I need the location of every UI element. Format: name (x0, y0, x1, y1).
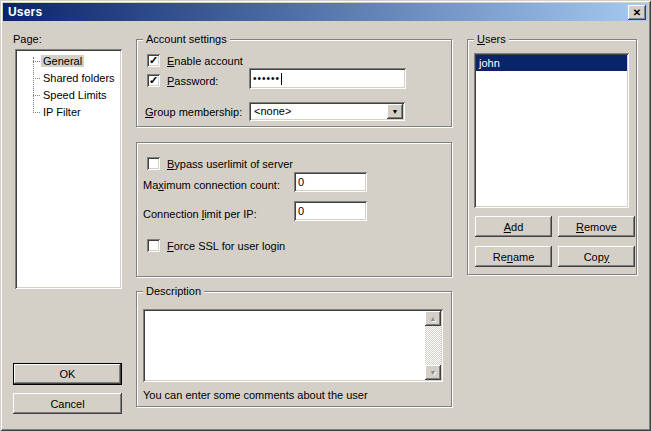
remove-button-label: Remove (576, 221, 617, 233)
force-ssl-checkbox[interactable] (147, 239, 160, 252)
chevron-down-icon: ▼ (392, 108, 399, 115)
connection-limits-group: Bypass userlimit of server Maximum conne… (136, 142, 452, 277)
connection-per-ip-value: 0 (298, 205, 304, 217)
remove-button[interactable]: Remove (558, 216, 635, 237)
ok-button[interactable]: OK (13, 363, 122, 385)
add-button-label: Add (504, 221, 524, 233)
add-button[interactable]: Add (475, 216, 552, 237)
group-membership-select[interactable]: <none> ▼ (249, 102, 405, 121)
user-name: john (479, 57, 500, 69)
users-group-title: Users (474, 33, 509, 46)
close-icon: ✕ (633, 8, 641, 18)
dropdown-button[interactable]: ▼ (387, 104, 403, 119)
password-value: •••••• (253, 74, 280, 84)
text-caret (281, 73, 282, 85)
checkmark-icon: ✓ (149, 55, 158, 66)
bypass-userlimit-label[interactable]: Bypass userlimit of server (167, 158, 293, 170)
password-label[interactable]: Password: (167, 75, 218, 87)
description-hint: You can enter some comments about the us… (143, 389, 368, 401)
users-group: Users john Add Remove Rename Copy (467, 39, 637, 275)
users-dialog: Users ✕ Page: General Shared folders Spe… (0, 0, 651, 431)
account-settings-group: Account settings ✓ Enable account ✓ Pass… (136, 39, 452, 127)
password-input[interactable]: •••••• (249, 68, 406, 89)
enable-account-checkbox[interactable]: ✓ (147, 54, 160, 67)
tree-item-label: Speed Limits (41, 89, 109, 101)
page-label: Page: (13, 33, 42, 45)
ok-button-label: OK (60, 368, 76, 380)
max-connection-input[interactable]: 0 (294, 172, 367, 192)
description-group: Description ▲ ▼ You can enter some comme… (136, 291, 452, 407)
max-connection-value: 0 (298, 176, 304, 188)
force-ssl-label[interactable]: Force SSL for user login (167, 240, 285, 252)
cancel-button-label: Cancel (50, 398, 84, 410)
tree-item-label: IP Filter (41, 106, 83, 118)
group-membership-value: <none> (254, 105, 291, 117)
users-listbox[interactable]: john (474, 53, 629, 208)
checkmark-icon: ✓ (149, 75, 158, 86)
group-membership-label: Group membership: (145, 106, 242, 118)
tree-item-shared-folders[interactable]: Shared folders (17, 70, 120, 87)
close-button[interactable]: ✕ (628, 5, 646, 20)
copy-button[interactable]: Copy (558, 246, 635, 267)
connection-per-ip-label: Connection limit per IP: (143, 208, 257, 220)
tree-item-label: General (41, 55, 84, 67)
title-bar[interactable]: Users ✕ (3, 3, 648, 21)
scroll-up-button[interactable]: ▲ (425, 311, 441, 326)
description-textarea[interactable]: ▲ ▼ (143, 309, 443, 382)
bypass-userlimit-checkbox[interactable] (147, 157, 160, 170)
tree-item-speed-limits[interactable]: Speed Limits (17, 87, 120, 104)
account-settings-title: Account settings (143, 33, 230, 46)
rename-button-label: Rename (493, 251, 535, 263)
vertical-scrollbar[interactable]: ▲ ▼ (425, 311, 441, 380)
tree-item-general[interactable]: General (17, 53, 120, 70)
cancel-button[interactable]: Cancel (13, 393, 122, 414)
scroll-up-icon: ▲ (430, 315, 437, 322)
copy-button-label: Copy (584, 251, 610, 263)
connection-per-ip-input[interactable]: 0 (294, 201, 367, 221)
tree-item-label: Shared folders (41, 72, 117, 84)
password-checkbox[interactable]: ✓ (147, 74, 160, 87)
scroll-down-button[interactable]: ▼ (425, 365, 441, 380)
rename-button[interactable]: Rename (475, 246, 552, 267)
description-title: Description (143, 285, 204, 298)
enable-account-label[interactable]: Enable account (167, 55, 243, 67)
list-item-john[interactable]: john (476, 55, 627, 71)
page-tree: General Shared folders Speed Limits IP F… (15, 49, 122, 289)
window-title: Users (8, 5, 42, 19)
max-connection-label: Maximum connection count: (143, 179, 280, 191)
tree-item-ip-filter[interactable]: IP Filter (17, 104, 120, 121)
page-tree-inner: General Shared folders Speed Limits IP F… (17, 51, 120, 287)
scroll-down-icon: ▼ (430, 369, 437, 376)
